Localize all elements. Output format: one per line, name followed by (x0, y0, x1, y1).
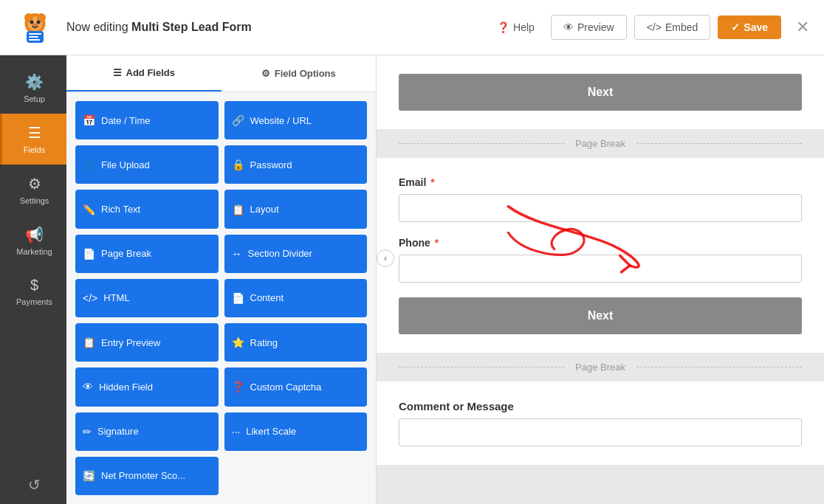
captcha-icon: ❓ (232, 381, 244, 393)
email-field-group: Email * (399, 176, 802, 222)
form-card-top: Next (377, 55, 824, 129)
field-btn-net-promoter[interactable]: 🔄 Net Promoter Sco... (75, 457, 219, 495)
sidebar-item-fields[interactable]: ☰ Fields (0, 114, 66, 165)
file-upload-icon: 👤 (83, 159, 95, 170)
code-icon: </> (647, 21, 662, 33)
svg-rect-11 (29, 39, 40, 41)
field-btn-signature[interactable]: ✏ Signature (75, 412, 219, 451)
field-btn-rich-text[interactable]: ✏️ Rich Text (75, 190, 219, 228)
add-fields-tab-icon: ☰ (113, 67, 122, 78)
comment-label: Comment or Message (399, 400, 802, 412)
history-icon: ↺ (28, 476, 41, 494)
embed-button[interactable]: </> Embed (634, 15, 711, 40)
sidebar-item-settings[interactable]: ⚙ Settings (0, 165, 66, 215)
phone-label: Phone * (399, 237, 802, 249)
svg-point-5 (30, 20, 34, 24)
sidebar-nav: ⚙️ Setup ☰ Fields ⚙ Settings 📢 Marketing… (0, 55, 66, 504)
panel-tabs: ☰ Add Fields ⚙ Field Options (66, 55, 376, 92)
layout-icon: 📋 (232, 204, 244, 215)
email-input[interactable] (399, 194, 802, 222)
save-button[interactable]: ✓ Save (718, 15, 781, 39)
field-options-tab-icon: ⚙ (261, 68, 270, 79)
entry-preview-icon: 📋 (83, 336, 95, 348)
field-btn-layout[interactable]: 📋 Layout (224, 190, 368, 228)
form-section-email-phone: Email * Phone * Next (377, 158, 824, 353)
website-icon: 🔗 (232, 114, 244, 126)
field-btn-content[interactable]: 📄 Content (224, 279, 368, 317)
field-btn-custom-captcha[interactable]: ❓ Custom Captcha (224, 367, 368, 406)
field-btn-likert-scale[interactable]: ··· Likert Scale (224, 412, 368, 451)
payments-icon: $ (30, 277, 38, 294)
phone-field-group: Phone * (399, 237, 802, 283)
field-btn-hidden-field[interactable]: 👁 Hidden Field (75, 367, 219, 406)
sidebar-item-marketing[interactable]: 📢 Marketing (0, 215, 66, 266)
field-btn-website-url[interactable]: 🔗 Website / URL (224, 101, 368, 139)
page-break-2: Page Break (377, 353, 824, 382)
tab-add-fields[interactable]: ☰ Add Fields (66, 55, 222, 92)
password-icon: 🔒 (232, 159, 244, 170)
email-required: * (428, 176, 434, 188)
collapse-panel-button[interactable]: ‹ (377, 249, 394, 267)
field-btn-section-divider[interactable]: ↔ Section Divider (224, 235, 368, 273)
eye-icon: 👁 (563, 21, 574, 33)
svg-point-6 (37, 20, 41, 24)
sidebar-item-setup[interactable]: ⚙️ Setup (0, 63, 66, 114)
form-preview: Next Page Break Email * Phone * Next (377, 55, 824, 504)
section-divider-icon: ↔ (232, 248, 242, 260)
svg-rect-9 (29, 33, 41, 35)
main-layout: ⚙️ Setup ☰ Fields ⚙ Settings 📢 Marketing… (0, 55, 824, 504)
app-logo (15, 7, 55, 48)
help-button[interactable]: ❓ Help (488, 15, 543, 39)
fields-grid: 📅 Date / Time 🔗 Website / URL 👤 File Upl… (66, 92, 376, 504)
field-btn-rating[interactable]: ⭐ Rating (224, 323, 368, 362)
page-break-icon: 📄 (83, 248, 95, 260)
field-btn-date-time[interactable]: 📅 Date / Time (75, 101, 219, 139)
next-button-2[interactable]: Next (399, 297, 802, 334)
hidden-field-icon: 👁 (83, 381, 93, 393)
date-time-icon: 📅 (83, 114, 95, 126)
next-button-1[interactable]: Next (399, 74, 802, 111)
sidebar-nav-bottom: ↺ (0, 466, 66, 504)
html-icon: </> (83, 292, 97, 304)
sidebar-item-payments[interactable]: $ Payments (0, 266, 66, 317)
signature-icon: ✏ (83, 426, 92, 438)
phone-required: * (432, 237, 439, 249)
header-title: Now editing Multi Step Lead Form (66, 21, 477, 34)
tab-field-options[interactable]: ⚙ Field Options (222, 55, 377, 92)
rating-icon: ⭐ (232, 336, 244, 348)
fields-icon: ☰ (28, 124, 41, 142)
comment-input[interactable] (399, 418, 802, 446)
field-btn-file-upload[interactable]: 👤 File Upload (75, 145, 219, 184)
preview-button[interactable]: 👁 Preview (551, 15, 627, 40)
close-button[interactable]: ✕ (796, 18, 809, 37)
field-btn-html[interactable]: </> HTML (75, 279, 219, 317)
comment-section: Comment or Message (377, 382, 824, 465)
svg-rect-10 (29, 36, 38, 38)
check-icon: ✓ (731, 21, 740, 33)
fields-panel: ☰ Add Fields ⚙ Field Options 📅 Date / Ti… (66, 55, 377, 504)
setup-icon: ⚙️ (25, 73, 44, 91)
field-btn-page-break[interactable]: 📄 Page Break (75, 235, 219, 273)
field-btn-entry-preview[interactable]: 📋 Entry Preview (75, 323, 219, 362)
likert-icon: ··· (232, 426, 241, 438)
header-actions: ❓ Help 👁 Preview </> Embed ✓ Save ✕ (488, 15, 809, 40)
sidebar-item-history[interactable]: ↺ (0, 466, 66, 504)
settings-icon: ⚙ (28, 175, 41, 193)
page-break-1: Page Break (377, 129, 824, 158)
header: Now editing Multi Step Lead Form ❓ Help … (0, 0, 824, 55)
net-promoter-icon: 🔄 (83, 470, 95, 482)
help-icon: ❓ (497, 21, 509, 33)
rich-text-icon: ✏️ (83, 204, 95, 215)
content-icon: 📄 (232, 292, 244, 304)
email-label: Email * (399, 176, 802, 188)
phone-input[interactable] (399, 255, 802, 283)
marketing-icon: 📢 (25, 226, 44, 244)
field-btn-password[interactable]: 🔒 Password (224, 145, 368, 184)
